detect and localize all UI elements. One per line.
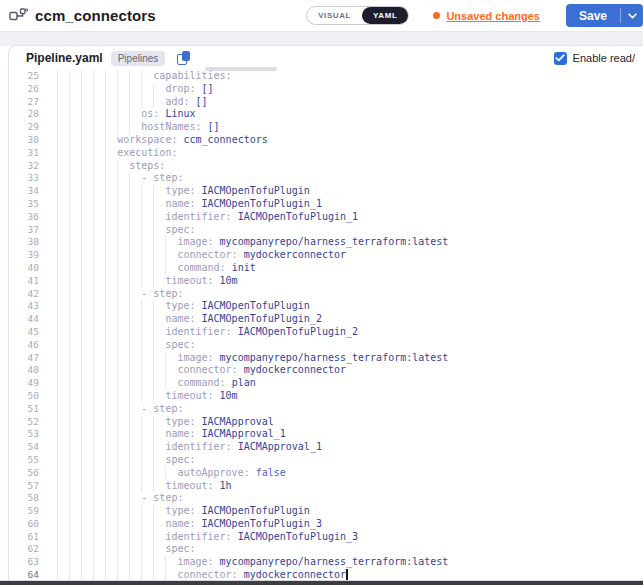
unsaved-changes-link[interactable]: Unsaved changes — [446, 10, 540, 22]
text-cursor — [346, 569, 348, 580]
code-text: timeout: 10m — [57, 390, 238, 403]
code-line[interactable]: 41 timeout: 10m — [9, 275, 643, 288]
line-number: 39 — [9, 249, 39, 262]
code-line[interactable]: 32 steps: — [9, 160, 643, 173]
code-line[interactable]: 34 type: IACMOpenTofuPlugin — [9, 185, 643, 198]
line-number: 59 — [9, 505, 39, 518]
code-text: timeout: 10m — [57, 275, 238, 288]
yaml-editor[interactable]: 25 capabilities:26 drop: []27 add: []28 … — [9, 68, 643, 585]
header-gap-band — [0, 31, 643, 46]
line-number: 30 — [9, 134, 39, 147]
code-text: command: init — [57, 262, 256, 275]
page-title: ccm_connectors — [35, 7, 156, 24]
line-number: 34 — [9, 185, 39, 198]
code-line[interactable]: 56 autoApprove: false — [9, 467, 643, 480]
line-number: 37 — [9, 224, 39, 237]
code-text: identifier: IACMOpenTofuPlugin_3 — [57, 531, 358, 544]
line-number: 29 — [9, 121, 39, 134]
code-line[interactable]: 63 image: mycompanyrepo/harness_terrafor… — [9, 556, 643, 569]
line-number: 49 — [9, 377, 39, 390]
code-text: steps: — [57, 160, 165, 173]
line-number: 27 — [9, 96, 39, 109]
code-line[interactable]: 44 name: IACMOpenTofuPlugin_2 — [9, 313, 643, 326]
code-line[interactable]: 57 timeout: 1h — [9, 480, 643, 493]
code-text: capabilities: — [57, 70, 232, 83]
code-line[interactable]: 58 - step: — [9, 492, 643, 505]
readonly-toggle-group: Enable read/ — [554, 52, 635, 65]
line-number: 26 — [9, 83, 39, 96]
code-line[interactable]: 43 type: IACMOpenTofuPlugin — [9, 300, 643, 313]
yaml-panel: Pipeline.yaml Pipelines Enable read/ 25 … — [8, 45, 643, 585]
code-line[interactable]: 27 add: [] — [9, 96, 643, 109]
code-line[interactable]: 29 hostNames: [] — [9, 121, 643, 134]
code-line[interactable]: 60 name: IACMOpenTofuPlugin_3 — [9, 518, 643, 531]
code-text: hostNames: [] — [57, 121, 220, 134]
toggle-visual[interactable]: VISUAL — [307, 7, 362, 24]
code-text: execution: — [57, 147, 177, 160]
code-line[interactable]: 26 drop: [] — [9, 83, 643, 96]
code-line[interactable]: 31 execution: — [9, 147, 643, 160]
code-line[interactable]: 35 name: IACMOpenTofuPlugin_1 — [9, 198, 643, 211]
save-button[interactable]: Save — [566, 4, 620, 27]
code-text: identifier: IACMApproval_1 — [57, 441, 322, 454]
pipeline-icon — [9, 8, 28, 23]
code-line[interactable]: 37 spec: — [9, 224, 643, 237]
check-icon — [555, 54, 565, 62]
code-text: - step: — [57, 172, 183, 185]
code-text: identifier: IACMOpenTofuPlugin_2 — [57, 326, 358, 339]
code-line[interactable]: 55 spec: — [9, 454, 643, 467]
code-text: image: mycompanyrepo/harness_terraform:l… — [57, 236, 448, 249]
code-line[interactable]: 48 connector: mydockerconnector — [9, 364, 643, 377]
code-text: - step: — [57, 288, 183, 301]
code-line[interactable]: 39 connector: mydockerconnector — [9, 249, 643, 262]
line-number: 25 — [9, 70, 39, 83]
entity-type-badge: Pipelines — [111, 51, 166, 66]
code-text: name: IACMOpenTofuPlugin_3 — [57, 518, 322, 531]
code-line[interactable]: 47 image: mycompanyrepo/harness_terrafor… — [9, 352, 643, 365]
code-line[interactable]: 38 image: mycompanyrepo/harness_terrafor… — [9, 236, 643, 249]
code-line[interactable]: 50 timeout: 10m — [9, 390, 643, 403]
line-number: 62 — [9, 543, 39, 556]
code-line[interactable]: 52 type: IACMApproval — [9, 416, 643, 429]
line-number: 50 — [9, 390, 39, 403]
readonly-checkbox[interactable] — [554, 52, 567, 65]
code-text: spec: — [57, 339, 195, 352]
code-line[interactable]: 46 spec: — [9, 339, 643, 352]
code-line[interactable]: 42 - step: — [9, 288, 643, 301]
code-text: spec: — [57, 224, 195, 237]
title-group: ccm_connectors — [9, 7, 156, 24]
code-line[interactable]: 28 os: Linux — [9, 108, 643, 121]
line-number: 56 — [9, 467, 39, 480]
unsaved-dot-icon — [433, 12, 440, 19]
code-line[interactable]: 25 capabilities: — [9, 70, 643, 83]
code-line[interactable]: 45 identifier: IACMOpenTofuPlugin_2 — [9, 326, 643, 339]
mode-toggle: VISUAL YAML — [306, 6, 409, 25]
line-number: 60 — [9, 518, 39, 531]
code-line[interactable]: 59 type: IACMOpenTofuPlugin — [9, 505, 643, 518]
code-text: connector: mydockerconnector — [57, 364, 346, 377]
code-line[interactable]: 33 - step: — [9, 172, 643, 185]
code-line[interactable]: 61 identifier: IACMOpenTofuPlugin_3 — [9, 531, 643, 544]
line-number: 51 — [9, 403, 39, 416]
code-text: name: IACMApproval_1 — [57, 428, 286, 441]
panel-header: Pipeline.yaml Pipelines Enable read/ — [9, 46, 643, 69]
toggle-yaml[interactable]: YAML — [362, 7, 408, 24]
line-number: 28 — [9, 108, 39, 121]
code-line[interactable]: 30 workspace: ccm_connectors — [9, 134, 643, 147]
code-line[interactable]: 53 name: IACMApproval_1 — [9, 428, 643, 441]
file-name: Pipeline.yaml — [26, 51, 103, 65]
line-number: 36 — [9, 211, 39, 224]
code-line[interactable]: 49 command: plan — [9, 377, 643, 390]
code-line[interactable]: 40 command: init — [9, 262, 643, 275]
code-line[interactable]: 36 identifier: IACMOpenTofuPlugin_1 — [9, 211, 643, 224]
code-line[interactable]: 62 spec: — [9, 543, 643, 556]
line-number: 40 — [9, 262, 39, 275]
code-line[interactable]: 51 - step: — [9, 403, 643, 416]
line-number: 63 — [9, 556, 39, 569]
save-dropdown-button[interactable] — [621, 4, 643, 27]
line-number: 33 — [9, 172, 39, 185]
top-bar: ccm_connectors VISUAL YAML Unsaved chang… — [0, 0, 643, 31]
copy-icon[interactable] — [177, 51, 192, 65]
line-number: 47 — [9, 352, 39, 365]
code-line[interactable]: 54 identifier: IACMApproval_1 — [9, 441, 643, 454]
